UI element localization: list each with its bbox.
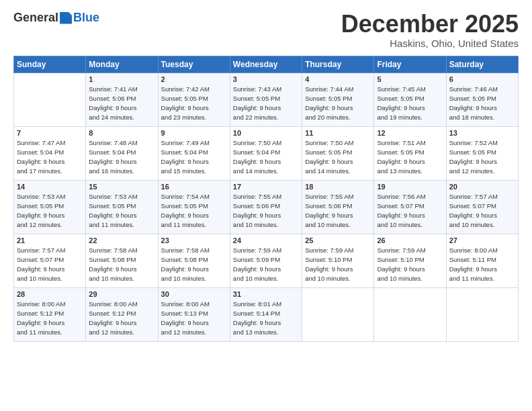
day-number: 23 (161, 236, 227, 244)
day-number: 21 (17, 236, 83, 244)
week-row-2: 7Sunrise: 7:47 AM Sunset: 5:04 PM Daylig… (14, 126, 519, 180)
week-row-4: 21Sunrise: 7:57 AM Sunset: 5:07 PM Dayli… (14, 234, 519, 287)
calendar-cell: 26Sunrise: 7:59 AM Sunset: 5:10 PM Dayli… (374, 234, 446, 287)
day-info: Sunrise: 7:47 AM Sunset: 5:04 PM Dayligh… (17, 138, 83, 177)
day-info: Sunrise: 7:41 AM Sunset: 5:06 PM Dayligh… (89, 85, 154, 123)
day-number: 11 (305, 129, 371, 137)
calendar-cell: 16Sunrise: 7:54 AM Sunset: 5:05 PM Dayli… (158, 180, 230, 234)
calendar-cell: 4Sunrise: 7:44 AM Sunset: 5:05 PM Daylig… (302, 73, 374, 126)
calendar-cell: 15Sunrise: 7:53 AM Sunset: 5:05 PM Dayli… (86, 180, 158, 234)
day-number: 22 (89, 236, 154, 244)
day-info: Sunrise: 8:00 AM Sunset: 5:12 PM Dayligh… (17, 300, 83, 338)
calendar-cell: 24Sunrise: 7:59 AM Sunset: 5:09 PM Dayli… (230, 234, 302, 287)
day-info: Sunrise: 7:46 AM Sunset: 5:05 PM Dayligh… (449, 85, 515, 123)
day-info: Sunrise: 7:44 AM Sunset: 5:05 PM Dayligh… (305, 85, 371, 123)
calendar-cell (302, 287, 374, 341)
day-number: 4 (305, 75, 371, 83)
day-info: Sunrise: 7:59 AM Sunset: 5:09 PM Dayligh… (233, 246, 299, 284)
day-info: Sunrise: 7:55 AM Sunset: 5:06 PM Dayligh… (233, 192, 299, 230)
day-info: Sunrise: 8:01 AM Sunset: 5:14 PM Dayligh… (233, 300, 299, 338)
logo: General Blue (13, 11, 99, 25)
logo-blue: Blue (73, 11, 99, 25)
calendar-cell: 30Sunrise: 8:00 AM Sunset: 5:13 PM Dayli… (158, 287, 230, 341)
calendar-cell: 2Sunrise: 7:42 AM Sunset: 5:05 PM Daylig… (158, 73, 230, 126)
day-info: Sunrise: 7:42 AM Sunset: 5:05 PM Dayligh… (161, 85, 227, 123)
day-number: 12 (377, 129, 443, 137)
day-info: Sunrise: 7:45 AM Sunset: 5:05 PM Dayligh… (377, 85, 443, 123)
calendar-cell: 28Sunrise: 8:00 AM Sunset: 5:12 PM Dayli… (14, 287, 86, 341)
calendar-cell: 3Sunrise: 7:43 AM Sunset: 5:05 PM Daylig… (230, 73, 302, 126)
calendar-cell: 19Sunrise: 7:56 AM Sunset: 5:07 PM Dayli… (374, 180, 446, 234)
day-info: Sunrise: 7:55 AM Sunset: 5:06 PM Dayligh… (305, 192, 371, 230)
day-number: 3 (233, 75, 299, 83)
calendar-cell: 10Sunrise: 7:50 AM Sunset: 5:04 PM Dayli… (230, 126, 302, 180)
calendar-header-row: SundayMondayTuesdayWednesdayThursdayFrid… (14, 56, 519, 73)
day-number: 28 (17, 290, 83, 298)
calendar-cell: 18Sunrise: 7:55 AM Sunset: 5:06 PM Dayli… (302, 180, 374, 234)
day-number: 7 (17, 129, 83, 137)
day-info: Sunrise: 8:00 AM Sunset: 5:12 PM Dayligh… (89, 300, 154, 338)
calendar-cell: 25Sunrise: 7:59 AM Sunset: 5:10 PM Dayli… (302, 234, 374, 287)
day-number: 10 (233, 129, 299, 137)
day-number: 24 (233, 236, 299, 244)
day-info: Sunrise: 7:53 AM Sunset: 5:05 PM Dayligh… (17, 192, 83, 230)
day-info: Sunrise: 7:49 AM Sunset: 5:04 PM Dayligh… (161, 138, 227, 177)
day-number: 8 (89, 129, 154, 137)
day-info: Sunrise: 7:48 AM Sunset: 5:04 PM Dayligh… (89, 138, 154, 177)
column-header-tuesday: Tuesday (158, 56, 230, 73)
day-number: 15 (89, 183, 154, 191)
calendar-cell: 23Sunrise: 7:58 AM Sunset: 5:08 PM Dayli… (158, 234, 230, 287)
week-row-5: 28Sunrise: 8:00 AM Sunset: 5:12 PM Dayli… (14, 287, 519, 341)
calendar-cell: 20Sunrise: 7:57 AM Sunset: 5:07 PM Dayli… (446, 180, 518, 234)
logo-general: General (13, 11, 58, 25)
day-number: 27 (449, 236, 515, 244)
column-header-saturday: Saturday (446, 56, 518, 73)
day-number: 31 (233, 290, 299, 298)
logo-text: General Blue (13, 11, 99, 25)
location: Haskins, Ohio, United States (341, 38, 519, 49)
day-number: 20 (449, 183, 515, 191)
column-header-monday: Monday (86, 56, 158, 73)
day-number: 29 (89, 290, 154, 298)
calendar-cell: 17Sunrise: 7:55 AM Sunset: 5:06 PM Dayli… (230, 180, 302, 234)
day-info: Sunrise: 8:00 AM Sunset: 5:13 PM Dayligh… (161, 300, 227, 338)
day-info: Sunrise: 7:59 AM Sunset: 5:10 PM Dayligh… (377, 246, 443, 284)
day-number: 1 (89, 75, 154, 83)
calendar-cell: 11Sunrise: 7:50 AM Sunset: 5:05 PM Dayli… (302, 126, 374, 180)
calendar-cell: 1Sunrise: 7:41 AM Sunset: 5:06 PM Daylig… (86, 73, 158, 126)
day-number: 17 (233, 183, 299, 191)
day-info: Sunrise: 7:57 AM Sunset: 5:07 PM Dayligh… (17, 246, 83, 284)
day-number: 2 (161, 75, 227, 83)
day-number: 18 (305, 183, 371, 191)
column-header-wednesday: Wednesday (230, 56, 302, 73)
calendar-cell (374, 287, 446, 341)
day-info: Sunrise: 7:58 AM Sunset: 5:08 PM Dayligh… (89, 246, 154, 284)
calendar-cell: 13Sunrise: 7:52 AM Sunset: 5:05 PM Dayli… (446, 126, 518, 180)
calendar-cell: 9Sunrise: 7:49 AM Sunset: 5:04 PM Daylig… (158, 126, 230, 180)
page-container: General Blue December 2025 Haskins, Ohio… (0, 0, 532, 411)
column-header-thursday: Thursday (302, 56, 374, 73)
day-info: Sunrise: 7:58 AM Sunset: 5:08 PM Dayligh… (161, 246, 227, 284)
week-row-1: 1Sunrise: 7:41 AM Sunset: 5:06 PM Daylig… (14, 73, 519, 126)
column-header-sunday: Sunday (14, 56, 86, 73)
day-info: Sunrise: 8:00 AM Sunset: 5:11 PM Dayligh… (449, 246, 515, 284)
month-title: December 2025 (341, 11, 519, 38)
calendar-cell: 31Sunrise: 8:01 AM Sunset: 5:14 PM Dayli… (230, 287, 302, 341)
day-info: Sunrise: 7:43 AM Sunset: 5:05 PM Dayligh… (233, 85, 299, 123)
calendar-cell (14, 73, 86, 126)
day-number: 25 (305, 236, 371, 244)
day-number: 19 (377, 183, 443, 191)
day-info: Sunrise: 7:51 AM Sunset: 5:05 PM Dayligh… (377, 138, 443, 177)
calendar-cell: 14Sunrise: 7:53 AM Sunset: 5:05 PM Dayli… (14, 180, 86, 234)
calendar-cell: 8Sunrise: 7:48 AM Sunset: 5:04 PM Daylig… (86, 126, 158, 180)
calendar-cell: 21Sunrise: 7:57 AM Sunset: 5:07 PM Dayli… (14, 234, 86, 287)
day-info: Sunrise: 7:53 AM Sunset: 5:05 PM Dayligh… (89, 192, 154, 230)
day-info: Sunrise: 7:50 AM Sunset: 5:04 PM Dayligh… (233, 138, 299, 177)
week-row-3: 14Sunrise: 7:53 AM Sunset: 5:05 PM Dayli… (14, 180, 519, 234)
day-number: 9 (161, 129, 227, 137)
day-number: 6 (449, 75, 515, 83)
day-info: Sunrise: 7:59 AM Sunset: 5:10 PM Dayligh… (305, 246, 371, 284)
day-info: Sunrise: 7:54 AM Sunset: 5:05 PM Dayligh… (161, 192, 227, 230)
day-number: 13 (449, 129, 515, 137)
day-number: 30 (161, 290, 227, 298)
